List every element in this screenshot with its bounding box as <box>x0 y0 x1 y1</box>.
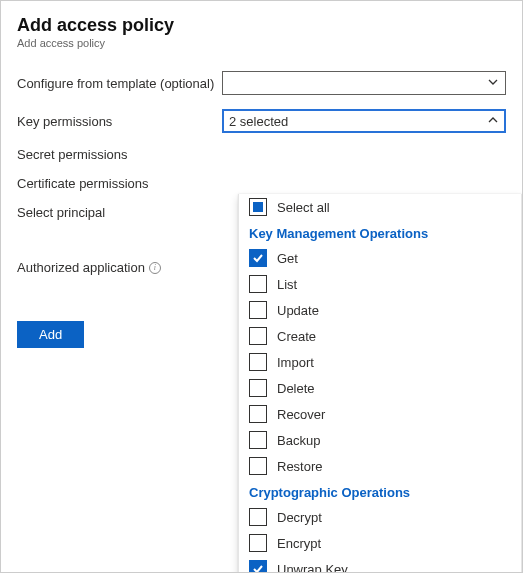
checkbox-icon <box>249 275 267 293</box>
permission-option[interactable]: Restore <box>239 453 521 479</box>
option-group-header: Cryptographic Operations <box>239 479 521 504</box>
select-all-label: Select all <box>277 200 330 215</box>
permission-option-label: Recover <box>277 407 325 422</box>
permission-option-label: Get <box>277 251 298 266</box>
checkbox-icon <box>249 353 267 371</box>
checkbox-icon <box>249 327 267 345</box>
chevron-down-icon <box>487 76 499 91</box>
key-permissions-dropdown: Select allKey Management OperationsGetLi… <box>238 194 522 573</box>
permission-option[interactable]: Update <box>239 297 521 323</box>
permission-option-label: Update <box>277 303 319 318</box>
checkbox-icon <box>249 379 267 397</box>
permission-option[interactable]: Delete <box>239 375 521 401</box>
info-icon[interactable]: i <box>149 262 161 274</box>
select-all-option[interactable]: Select all <box>239 194 521 220</box>
option-group-header: Key Management Operations <box>239 220 521 245</box>
permission-option[interactable]: Backup <box>239 427 521 453</box>
add-button[interactable]: Add <box>17 321 84 348</box>
checkbox-icon <box>249 534 267 552</box>
checkbox-icon <box>249 249 267 267</box>
certificate-permissions-label: Certificate permissions <box>17 176 222 191</box>
permission-option-label: List <box>277 277 297 292</box>
page-title: Add access policy <box>17 15 506 36</box>
key-permissions-summary: 2 selected <box>229 114 288 129</box>
checkbox-indeterminate-icon <box>249 198 267 216</box>
permission-option[interactable]: Recover <box>239 401 521 427</box>
permission-option-label: Encrypt <box>277 536 321 551</box>
configure-template-label: Configure from template (optional) <box>17 76 222 91</box>
authorized-application-label: Authorized application i <box>17 260 222 275</box>
permission-option[interactable]: Decrypt <box>239 504 521 530</box>
checkbox-icon <box>249 431 267 449</box>
permission-option-label: Restore <box>277 459 323 474</box>
select-principal-label: Select principal <box>17 205 222 220</box>
permission-option-label: Decrypt <box>277 510 322 525</box>
permission-option[interactable]: Import <box>239 349 521 375</box>
key-permissions-label: Key permissions <box>17 114 222 129</box>
configure-template-select[interactable] <box>222 71 506 95</box>
key-permissions-select[interactable]: 2 selected <box>222 109 506 133</box>
chevron-up-icon <box>487 114 499 129</box>
checkbox-icon <box>249 457 267 475</box>
permission-option[interactable]: Get <box>239 245 521 271</box>
permission-option[interactable]: Encrypt <box>239 530 521 556</box>
secret-permissions-label: Secret permissions <box>17 147 222 162</box>
checkbox-icon <box>249 301 267 319</box>
permission-option[interactable]: Create <box>239 323 521 349</box>
permission-option-label: Create <box>277 329 316 344</box>
permission-option-label: Backup <box>277 433 320 448</box>
checkbox-icon <box>249 508 267 526</box>
checkbox-icon <box>249 560 267 573</box>
permission-option-label: Import <box>277 355 314 370</box>
permission-option-label: Unwrap Key <box>277 562 348 574</box>
permission-option[interactable]: Unwrap Key <box>239 556 521 573</box>
permission-option[interactable]: List <box>239 271 521 297</box>
permission-option-label: Delete <box>277 381 315 396</box>
page-subtitle: Add access policy <box>17 37 506 49</box>
checkbox-icon <box>249 405 267 423</box>
